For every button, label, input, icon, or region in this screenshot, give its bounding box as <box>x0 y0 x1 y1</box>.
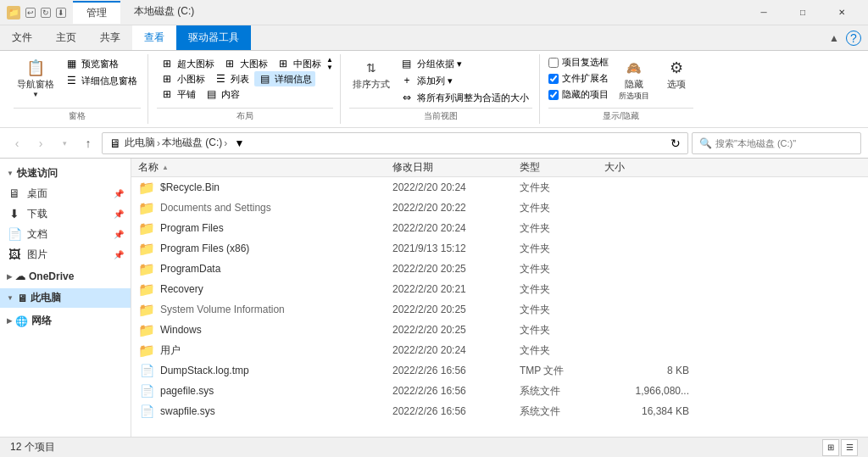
hide-btn[interactable]: 🙈 隐藏 所选项目 <box>615 56 653 103</box>
hidden-items-check[interactable] <box>548 90 559 100</box>
large-icon-btn[interactable]: ⊞大图标 <box>220 56 271 71</box>
pin-icon-2: 📌 <box>114 209 124 219</box>
path-local-disk[interactable]: 本地磁盘 (C:) <box>162 136 222 150</box>
file-type: 系统文件 <box>520 404 604 419</box>
back-button[interactable]: ‹ <box>7 133 27 153</box>
path-refresh-btn[interactable]: ▼ <box>229 132 249 154</box>
sidebar-item-desktop[interactable]: 🖥 桌面 📌 <box>0 183 131 203</box>
preview-pane-btn[interactable]: ▦ 预览窗格 <box>61 56 141 71</box>
recent-button[interactable]: ▾ <box>54 133 75 153</box>
detail-view-btn[interactable]: ☰ <box>841 439 858 456</box>
refresh-icon[interactable]: ↻ <box>670 137 681 150</box>
checkbox-hidden-items[interactable]: 隐藏的项目 <box>548 88 609 101</box>
sidebar-item-documents[interactable]: 📄 文档 📌 <box>0 224 131 244</box>
col-type[interactable]: 类型 <box>520 160 604 175</box>
group-by-icon: ▤ <box>400 57 414 70</box>
layout-scroll[interactable]: ▲▼ <box>326 56 333 71</box>
sort-btn[interactable]: ⇅ 排序方式 <box>349 56 393 105</box>
sidebar-section-quickaccess: ▼ 快速访问 🖥 桌面 📌 ⬇ 下载 📌 📄 文档 📌 🖼 图片 � <box>0 162 131 266</box>
table-row[interactable]: 📁 ProgramData 2022/2/20 20:25 文件夹 <box>131 259 868 279</box>
pc-icon: 🖥 <box>17 293 27 304</box>
table-row[interactable]: 📁 Program Files (x86) 2021/9/13 15:12 文件… <box>131 238 868 259</box>
table-row[interactable]: 📁 用户 2022/2/20 20:24 文件夹 <box>131 340 868 360</box>
tab-file[interactable]: 文件 <box>0 25 44 50</box>
desktop-icon: 🖥 <box>7 186 22 201</box>
nav-pane-btn[interactable]: 📋 导航窗格 ▼ <box>14 56 58 100</box>
maximize-button[interactable]: □ <box>783 0 822 25</box>
table-row[interactable]: 📄 swapfile.sys 2022/2/26 16:56 系统文件 16,3… <box>131 401 868 421</box>
file-date: 2022/2/26 16:56 <box>392 405 520 417</box>
table-row[interactable]: 📁 Recovery 2022/2/20 20:21 文件夹 <box>131 279 868 299</box>
address-path[interactable]: 🖥 此电脑 › 本地磁盘 (C:) › ▼ ↻ <box>102 132 688 154</box>
add-col-btn[interactable]: + 添加列 ▾ <box>397 73 532 88</box>
col-name[interactable]: 名称 ▲ <box>138 160 392 175</box>
large-icon: ⊞ <box>223 57 236 70</box>
sidebar-quickaccess-header[interactable]: ▼ 快速访问 <box>0 164 131 183</box>
small-icon-btn[interactable]: ⊞小图标 <box>157 71 209 86</box>
tb-btn-3[interactable]: ⬇ <box>56 8 66 18</box>
tab-view[interactable]: 查看 <box>132 25 176 50</box>
table-row[interactable]: 📁 Documents and Settings 2022/2/20 20:22… <box>131 198 868 218</box>
table-row[interactable]: 📄 pagefile.sys 2022/2/26 16:56 系统文件 1,96… <box>131 381 868 401</box>
sidebar-network-header[interactable]: ▶ 🌐 网络 <box>0 311 131 331</box>
ribbon-help-btn[interactable]: ? <box>846 31 861 46</box>
sidebar: ▼ 快速访问 🖥 桌面 📌 ⬇ 下载 📌 📄 文档 📌 🖼 图片 � <box>0 159 131 437</box>
file-icon: 📁 <box>138 179 155 196</box>
search-input[interactable] <box>715 138 854 148</box>
chevron-icon-4: ▶ <box>7 317 12 325</box>
tb-btn-1[interactable]: ↩ <box>25 8 36 18</box>
sidebar-onedrive-label: OneDrive <box>29 270 74 282</box>
ribbon-collapse-btn[interactable]: ▲ <box>829 32 839 44</box>
tab-share[interactable]: 共享 <box>88 25 132 50</box>
forward-button[interactable]: › <box>31 133 51 153</box>
medium-icon-btn[interactable]: ⊞中图标 <box>273 56 325 71</box>
sidebar-section-onedrive: ▶ ☁ OneDrive <box>0 266 131 287</box>
sidebar-pictures-label: 图片 <box>27 248 47 262</box>
detail-btn[interactable]: ▤详细信息 <box>254 71 315 86</box>
table-row[interactable]: 📄 DumpStack.log.tmp 2022/2/26 16:56 TMP … <box>131 360 868 381</box>
medium-icon: ⊞ <box>276 57 290 70</box>
sidebar-onedrive-header[interactable]: ▶ ☁ OneDrive <box>0 268 131 285</box>
table-row[interactable]: 📁 Windows 2022/2/20 20:25 文件夹 <box>131 320 868 340</box>
checkbox-item-select[interactable]: 项目复选框 <box>548 56 609 69</box>
table-row[interactable]: 📁 Program Files 2022/2/20 20:24 文件夹 <box>131 218 868 238</box>
tile-btn[interactable]: ⊞平铺 <box>157 86 199 102</box>
list-btn[interactable]: ☰列表 <box>210 71 253 86</box>
chevron-icon: ▼ <box>7 170 14 177</box>
window-controls: ─ □ ✕ <box>744 0 861 25</box>
file-icon: 📄 <box>138 362 155 379</box>
table-row[interactable]: 📁 $Recycle.Bin 2022/2/20 20:24 文件夹 <box>131 177 868 198</box>
extra-large-icon-btn[interactable]: ⊞超大图标 <box>157 56 218 71</box>
minimize-button[interactable]: ─ <box>744 0 783 25</box>
options-btn[interactable]: ⚙ 选项 <box>659 56 693 92</box>
sidebar-item-pictures[interactable]: 🖼 图片 📌 <box>0 244 131 265</box>
fit-col-btn[interactable]: ⇔ 将所有列调整为合适的大小 <box>397 90 532 105</box>
file-icon: 📁 <box>138 260 155 277</box>
detail-pane-btn[interactable]: ☰ 详细信息窗格 <box>61 73 141 88</box>
item-select-check[interactable] <box>548 58 559 68</box>
table-row[interactable]: 📁 System Volume Information 2022/2/20 20… <box>131 299 868 320</box>
close-button[interactable]: ✕ <box>822 0 861 25</box>
col-date[interactable]: 修改日期 <box>392 160 520 175</box>
tb-btn-2[interactable]: ↻ <box>41 8 51 18</box>
tab-home[interactable]: 主页 <box>44 25 88 50</box>
tab-drive-tools[interactable]: 驱动器工具 <box>176 25 251 50</box>
title-tab-manage[interactable]: 管理 <box>73 1 120 24</box>
sidebar-item-downloads[interactable]: ⬇ 下载 📌 <box>0 203 131 224</box>
col-size[interactable]: 大小 <box>604 160 689 175</box>
group-by-btn[interactable]: ▤ 分组依据 ▾ <box>397 56 532 71</box>
ribbon-group-layout: ⊞超大图标 ⊞大图标 ⊞中图标 ▲▼ ⊞小图标 ☰列表 ▤详细信息 ⊞平铺 ▤内… <box>150 54 341 124</box>
path-computer[interactable]: 此电脑 <box>125 136 155 150</box>
sidebar-pc-header[interactable]: ▼ 🖥 此电脑 <box>0 288 131 308</box>
search-box[interactable]: 🔍 <box>692 132 861 154</box>
checkbox-file-ext[interactable]: 文件扩展名 <box>548 72 609 85</box>
file-ext-check[interactable] <box>548 74 559 84</box>
sidebar-documents-label: 文档 <box>27 227 47 242</box>
file-date: 2022/2/20 20:25 <box>392 263 520 275</box>
content-btn[interactable]: ▤内容 <box>201 86 243 102</box>
up-button[interactable]: ↑ <box>78 133 98 153</box>
title-tab-local[interactable]: 本地磁盘 (C:) <box>120 1 208 24</box>
file-size: 16,384 KB <box>604 405 689 417</box>
grid-view-btn[interactable]: ⊞ <box>822 439 839 456</box>
sort-icon: ⇅ <box>361 58 381 78</box>
